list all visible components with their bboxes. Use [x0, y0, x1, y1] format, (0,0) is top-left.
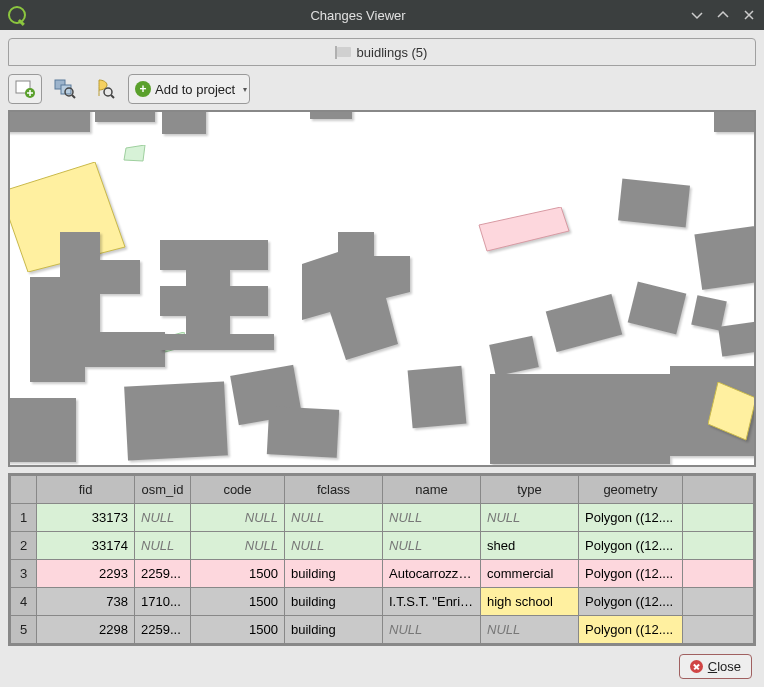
col-code[interactable]: code: [191, 476, 285, 504]
qgis-icon: [8, 6, 26, 24]
table-cell[interactable]: NULL: [481, 504, 579, 532]
titlebar[interactable]: Changes Viewer: [0, 0, 764, 30]
svg-marker-12: [708, 382, 756, 440]
building-shape: [475, 207, 575, 253]
table-row[interactable]: 522982259...1500buildingNULLNULLPolygon …: [11, 616, 754, 644]
table-row[interactable]: 233174NULLNULLNULLNULLshedPolygon ((12..…: [11, 532, 754, 560]
table-cell[interactable]: 2259...: [135, 560, 191, 588]
tab-bar: buidlings (5): [8, 38, 756, 66]
table-cell[interactable]: NULL: [383, 532, 481, 560]
table-corner[interactable]: [11, 476, 37, 504]
table-cell[interactable]: I.T.S.T. "Enric...: [383, 588, 481, 616]
col-spacer: [683, 476, 754, 504]
table-cell: [683, 588, 754, 616]
svg-marker-13: [30, 232, 165, 382]
table-cell[interactable]: Polygon ((12....: [579, 504, 683, 532]
table-cell[interactable]: Polygon ((12....: [579, 616, 683, 644]
row-number[interactable]: 4: [11, 588, 37, 616]
table-cell[interactable]: NULL: [135, 532, 191, 560]
col-osm-id[interactable]: osm_id: [135, 476, 191, 504]
table-header: fid osm_id code fclass name type geometr…: [11, 476, 754, 504]
maximize-icon[interactable]: [716, 8, 730, 22]
col-fclass[interactable]: fclass: [285, 476, 383, 504]
close-icon[interactable]: [742, 8, 756, 22]
row-number[interactable]: 2: [11, 532, 37, 560]
building-shape: [30, 232, 170, 382]
add-to-project-label: Add to project: [155, 82, 235, 97]
table-row[interactable]: 322932259...1500buildingAutocarrozze...c…: [11, 560, 754, 588]
chevron-down-icon: ▾: [243, 85, 247, 94]
row-number[interactable]: 3: [11, 560, 37, 588]
col-geometry[interactable]: geometry: [579, 476, 683, 504]
table-cell[interactable]: 738: [37, 588, 135, 616]
table-cell: [683, 616, 754, 644]
close-label: Close: [708, 659, 741, 674]
table-cell[interactable]: 1500: [191, 560, 285, 588]
tab-label: buidlings (5): [357, 45, 428, 60]
table-cell[interactable]: NULL: [191, 504, 285, 532]
table-cell[interactable]: building: [285, 560, 383, 588]
svg-marker-14: [160, 240, 274, 350]
tab-buildings[interactable]: buidlings (5): [8, 38, 756, 66]
table-cell[interactable]: building: [285, 616, 383, 644]
svg-line-7: [111, 95, 114, 98]
add-to-project-button[interactable]: + Add to project ▾: [128, 74, 250, 104]
row-number[interactable]: 5: [11, 616, 37, 644]
plus-icon: +: [135, 81, 151, 97]
map-canvas[interactable]: [8, 110, 756, 467]
table-cell[interactable]: 33173: [37, 504, 135, 532]
flag-icon: [337, 47, 351, 57]
window-title: Changes Viewer: [26, 8, 690, 23]
building-shape: [160, 240, 280, 350]
table-cell[interactable]: NULL: [383, 616, 481, 644]
table-cell[interactable]: NULL: [285, 532, 383, 560]
table-cell[interactable]: 2298: [37, 616, 135, 644]
svg-point-6: [104, 88, 112, 96]
svg-marker-10: [479, 207, 569, 251]
svg-marker-9: [124, 145, 145, 161]
table-cell[interactable]: Autocarrozze...: [383, 560, 481, 588]
table-row[interactable]: 133173NULLNULLNULLNULLNULLPolygon ((12..…: [11, 504, 754, 532]
table-cell[interactable]: Polygon ((12....: [579, 532, 683, 560]
table-cell[interactable]: NULL: [383, 504, 481, 532]
table-cell[interactable]: 1500: [191, 588, 285, 616]
svg-marker-15: [302, 232, 410, 360]
table-cell[interactable]: 2293: [37, 560, 135, 588]
table-cell[interactable]: 33174: [37, 532, 135, 560]
minimize-icon[interactable]: [690, 8, 704, 22]
row-number[interactable]: 1: [11, 504, 37, 532]
dialog-footer: Close: [8, 646, 756, 679]
toolbar: + Add to project ▾: [8, 66, 756, 110]
zoom-selection-button[interactable]: [48, 74, 82, 104]
building-shape: [302, 232, 422, 362]
table-cell[interactable]: building: [285, 588, 383, 616]
zoom-feature-button[interactable]: [88, 74, 122, 104]
table-cell: [683, 560, 754, 588]
col-name[interactable]: name: [383, 476, 481, 504]
col-type[interactable]: type: [481, 476, 579, 504]
dialog-body: buidlings (5) + Add to project ▾: [0, 30, 764, 687]
table-cell[interactable]: high school: [481, 588, 579, 616]
attribute-table[interactable]: fid osm_id code fclass name type geometr…: [8, 473, 756, 646]
building-shape: [123, 145, 149, 165]
table-cell[interactable]: 1500: [191, 616, 285, 644]
table-cell[interactable]: Polygon ((12....: [579, 560, 683, 588]
table-cell[interactable]: NULL: [191, 532, 285, 560]
table-cell[interactable]: shed: [481, 532, 579, 560]
new-layer-button[interactable]: [8, 74, 42, 104]
svg-line-5: [72, 95, 75, 98]
table-cell[interactable]: commercial: [481, 560, 579, 588]
table-cell[interactable]: NULL: [135, 504, 191, 532]
table-cell: [683, 504, 754, 532]
close-circle-icon: [690, 660, 703, 673]
table-cell[interactable]: NULL: [481, 616, 579, 644]
close-button[interactable]: Close: [679, 654, 752, 679]
table-row[interactable]: 47381710...1500buildingI.T.S.T. "Enric..…: [11, 588, 754, 616]
table-cell[interactable]: 2259...: [135, 616, 191, 644]
table-cell[interactable]: 1710...: [135, 588, 191, 616]
building-shape: [708, 382, 756, 442]
col-fid[interactable]: fid: [37, 476, 135, 504]
table-cell: [683, 532, 754, 560]
table-cell[interactable]: Polygon ((12....: [579, 588, 683, 616]
table-cell[interactable]: NULL: [285, 504, 383, 532]
